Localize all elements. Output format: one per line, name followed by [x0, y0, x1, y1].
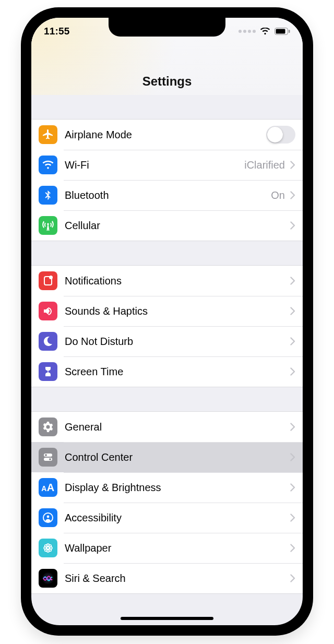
row-wifi[interactable]: Wi-FiiClarified	[31, 150, 303, 180]
notch	[109, 18, 225, 37]
home-indicator[interactable]	[121, 617, 213, 620]
group-gap	[31, 241, 303, 265]
row-label: Airplane Mode	[65, 129, 266, 141]
svg-point-8	[49, 458, 51, 460]
row-label: Cellular	[65, 220, 290, 232]
notification-icon	[39, 271, 57, 290]
row-label: Siri & Search	[65, 573, 290, 585]
chevron-right-icon	[290, 277, 295, 285]
svg-point-4	[49, 276, 53, 279]
gear-icon	[39, 418, 57, 436]
airplane-mode-switch[interactable]	[266, 126, 295, 144]
airplane-icon	[39, 125, 57, 144]
row-detail: iClarified	[244, 159, 285, 171]
phone-frame: 11:55	[21, 7, 313, 636]
svg-point-11	[47, 547, 49, 549]
svg-point-17	[49, 545, 52, 547]
siri-icon	[39, 569, 57, 588]
svg-point-18	[45, 549, 47, 552]
row-general[interactable]: General	[31, 412, 303, 442]
row-airplane-mode[interactable]: Airplane Mode	[31, 120, 303, 150]
group-gap	[31, 95, 303, 119]
row-display[interactable]: AADisplay & Brightness	[31, 472, 303, 503]
row-label: Sounds & Haptics	[65, 305, 290, 317]
row-sounds[interactable]: Sounds & Haptics	[31, 296, 303, 326]
row-label: Notifications	[65, 275, 290, 287]
row-detail: On	[271, 189, 285, 201]
person-circle-icon	[39, 508, 57, 527]
page-title-label: Settings	[142, 74, 192, 89]
hourglass-icon	[39, 362, 57, 381]
chevron-right-icon	[290, 423, 295, 431]
row-bluetooth[interactable]: BluetoothOn	[31, 180, 303, 210]
svg-point-6	[45, 454, 47, 456]
row-screen-time[interactable]: Screen Time	[31, 356, 303, 387]
settings-group: General Control CenterAADisplay & Bright…	[31, 411, 303, 594]
chevron-right-icon	[290, 483, 295, 492]
chevron-right-icon	[290, 161, 295, 169]
row-label: Screen Time	[65, 366, 290, 378]
group-gap	[31, 387, 303, 411]
chevron-right-icon	[290, 221, 295, 230]
row-wallpaper[interactable]: Wallpaper	[31, 533, 303, 563]
chevron-right-icon	[290, 544, 295, 552]
row-label: Control Center	[65, 451, 290, 463]
chevron-right-icon	[290, 307, 295, 315]
cell-tower-icon	[39, 216, 57, 235]
row-siri[interactable]: Siri & Search	[31, 563, 303, 593]
row-label: Wi-Fi	[65, 159, 244, 171]
wifi-icon	[39, 156, 57, 174]
row-dnd[interactable]: Do Not Disturb	[31, 326, 303, 356]
chevron-right-icon	[290, 453, 295, 461]
svg-point-19	[49, 549, 52, 552]
chevron-right-icon	[290, 514, 295, 522]
screen: 11:55	[31, 18, 303, 625]
row-label: Display & Brightness	[65, 482, 290, 494]
row-control-center[interactable]: Control Center	[31, 442, 303, 472]
svg-point-10	[47, 516, 50, 518]
chevron-right-icon	[290, 337, 295, 345]
row-accessibility[interactable]: Accessibility	[31, 503, 303, 533]
svg-point-16	[45, 545, 47, 547]
flower-icon	[39, 539, 57, 557]
settings-list[interactable]: Airplane ModeWi-FiiClarifiedBluetoothOnC…	[31, 95, 303, 625]
chevron-right-icon	[290, 191, 295, 199]
settings-group: NotificationsSounds & HapticsDo Not Dist…	[31, 265, 303, 387]
row-notifications[interactable]: Notifications	[31, 266, 303, 296]
speaker-icon	[39, 302, 57, 320]
row-label: Bluetooth	[65, 189, 271, 201]
moon-icon	[39, 332, 57, 351]
aa-icon: AA	[39, 478, 57, 497]
row-label: Accessibility	[65, 512, 290, 524]
settings-group: Airplane ModeWi-FiiClarifiedBluetoothOnC…	[31, 119, 303, 241]
row-label: Do Not Disturb	[65, 336, 290, 348]
row-label: Wallpaper	[65, 542, 290, 554]
row-cellular[interactable]: Cellular	[31, 210, 303, 241]
switches-icon	[39, 448, 57, 467]
chevron-right-icon	[290, 367, 295, 376]
bluetooth-icon	[39, 186, 57, 205]
chevron-right-icon	[290, 574, 295, 582]
row-label: General	[65, 421, 290, 433]
